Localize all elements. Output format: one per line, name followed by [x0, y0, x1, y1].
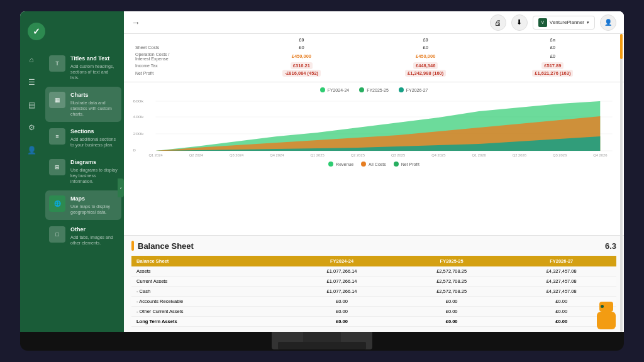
bs-long-term-label: Long Term Assets [131, 317, 287, 327]
topbar-actions: 🖨 ⬇ V VenturePlanner ▾ 👤 [490, 14, 616, 31]
sidebar-logo: ✓ [20, 18, 124, 50]
svg-text:Q3 2026: Q3 2026 [553, 154, 567, 157]
all-costs-label: All Costs [369, 162, 386, 167]
user-avatar-button[interactable]: 👤 [600, 14, 616, 31]
user-icon: 👤 [604, 19, 612, 26]
series-net-profit: Net Profit [394, 162, 419, 167]
svg-text:Q2 2025: Q2 2025 [351, 154, 365, 157]
legend-dot-fy2024 [320, 87, 325, 92]
scrollbar[interactable] [620, 34, 623, 332]
sections-icon: ≡ [55, 133, 58, 140]
balance-sheet-section: Balance Sheet 6.3 Balance Sheet FY2024-2… [124, 235, 624, 332]
revenue-label: Revenue [336, 162, 353, 167]
svg-text:Q3 2024: Q3 2024 [230, 154, 243, 157]
scroll-thumb [620, 34, 623, 59]
screen: ✓ ⌂ ☰ ▤ ⚙ 👤 T [20, 11, 624, 332]
dropdown-arrow-icon: ▾ [587, 20, 589, 25]
sidebar: ✓ ⌂ ☰ ▤ ⚙ 👤 T [20, 11, 124, 332]
yellow-accent-bar [131, 241, 134, 251]
svg-text:400k: 400k [133, 115, 144, 119]
bs-current-assets-label: Current Assets [131, 277, 287, 287]
sidebar-collapse-handle[interactable]: ‹ [118, 178, 124, 197]
fin-op-costs-label: Operation Costs /Interest Expense [131, 51, 241, 62]
nav-user-icon[interactable]: 👤 [25, 143, 38, 157]
bs-current-assets-fy25: £2,572,708.25 [397, 277, 507, 287]
fin-op-costs-fy26: £0 [489, 51, 616, 62]
fin-income-tax-fy25: £448,346 [362, 62, 489, 69]
table-row: - Accounts Receivable £0.00 £0.00 £0.00 [131, 297, 616, 307]
maps-desc: Use maps to display geographical data. [70, 204, 118, 215]
titles-text-label: Titles and Text [70, 55, 118, 62]
svg-text:Q4 2026: Q4 2026 [593, 154, 607, 157]
svg-text:Q1 2024: Q1 2024 [148, 154, 162, 157]
maps-icon-box: 🌐 [49, 195, 65, 212]
bs-current-assets-fy24: £1,077,266.14 [287, 277, 397, 287]
legend-label-fy2024: FY2024-24 [328, 88, 350, 92]
balance-sheet-table: Balance Sheet FY2024-24 FY2025-25 FY2026… [131, 256, 616, 327]
balance-sheet-header: Balance Sheet 6.3 [131, 241, 616, 251]
sidebar-item-charts[interactable]: ▦ Charts Illustrate data and statistics … [45, 87, 121, 122]
fin-net-profit-fy26: £1,621,276 (163) [489, 69, 616, 77]
bs-assets-fy26: £4,327,457.08 [506, 266, 616, 277]
balance-sheet-number: 6.3 [605, 241, 616, 251]
stand-base [278, 342, 366, 349]
titles-text-icon: T [55, 60, 59, 67]
bs-current-assets-fy26: £4,327,457.08 [506, 277, 616, 287]
venture-planner-dropdown[interactable]: V VenturePlanner ▾ [533, 16, 595, 30]
bs-ar-fy24: £0.00 [287, 297, 397, 307]
svg-text:Q4 2025: Q4 2025 [431, 154, 445, 157]
sidebar-item-diagrams[interactable]: ⊞ Diagrams Use diagrams to display key b… [45, 154, 121, 189]
area-chart: 600k 400k 200k 0 [131, 96, 616, 159]
sidebar-nav-icons: ⌂ ☰ ▤ ⚙ 👤 [20, 50, 43, 326]
monitor-stand [272, 332, 372, 349]
bs-cash-fy24: £1,077,266.14 [287, 287, 397, 297]
fin-net-profit-fy25: £1,342,988 (160) [362, 69, 489, 77]
table-row: Long Term Assets £0.00 £0.00 £0.00 [131, 317, 616, 327]
nav-home-icon[interactable]: ⌂ [25, 53, 38, 67]
revenue-dot [328, 162, 333, 167]
bs-assets-fy25: £2,572,708.25 [397, 266, 507, 277]
back-arrow-button[interactable]: → [131, 18, 140, 28]
fin-income-tax-fy26: £517.89 [489, 62, 616, 69]
nav-doc-icon[interactable]: ☰ [25, 75, 38, 89]
table-row: Assets £1,077,266.14 £2,572,708.25 £4,32… [131, 266, 616, 277]
sidebar-item-maps[interactable]: 🌐 Maps Use maps to display geographical … [45, 190, 121, 220]
download-icon: ⬇ [516, 18, 522, 26]
legend-label-fy2026: FY2026-27 [406, 88, 428, 92]
bs-assets-fy24: £1,077,266.14 [287, 266, 397, 277]
bs-other-current-fy25: £0.00 [397, 307, 507, 317]
fin-sheet-costs-fy24: £0 [241, 43, 362, 51]
titles-text-icon-box: T [49, 55, 65, 72]
sidebar-item-sections[interactable]: ≡ Sections Add additional sections to yo… [45, 123, 121, 153]
stand-neck [303, 332, 341, 342]
download-icon-button[interactable]: ⬇ [511, 14, 528, 31]
fin-net-profit-fy24: -£816,084 (452) [241, 69, 362, 77]
fin-sheet-costs-fy25: £0 [362, 43, 489, 51]
table-row: - Cash £1,077,266.14 £2,572,708.25 £4,32… [131, 287, 616, 297]
venture-planner-label: VenturePlanner [550, 19, 584, 25]
bs-cash-label: - Cash [131, 287, 287, 297]
fin-col-fy2024: £0 [241, 36, 362, 43]
titles-text-desc: Add custom headings, sections of text an… [70, 63, 118, 80]
all-costs-dot [361, 162, 366, 167]
net-profit-label: Net Profit [401, 162, 419, 167]
bs-assets-label: Assets [131, 266, 287, 277]
other-desc: Add tabs, images and other elements. [70, 234, 118, 246]
legend-fy2024: FY2024-24 [320, 87, 350, 92]
sidebar-item-titles-text[interactable]: T Titles and Text Add custom headings, s… [45, 50, 121, 85]
bs-col-fy2025: FY2025-25 [397, 256, 507, 266]
sidebar-item-other[interactable]: □ Other Add tabs, images and other eleme… [45, 221, 121, 251]
sections-icon-box: ≡ [49, 128, 65, 145]
print-icon-button[interactable]: 🖨 [490, 14, 506, 31]
nav-chart-icon[interactable]: ▤ [25, 98, 38, 112]
vp-logo: V [538, 18, 547, 27]
fin-col-fy2025: £0 [362, 36, 489, 43]
svg-text:Q1 2025: Q1 2025 [310, 154, 324, 157]
top-bar: → 🖨 ⬇ V VenturePlanner ▾ 👤 [124, 11, 624, 34]
logo-icon: ✓ [28, 23, 45, 40]
sidebar-menu: T Titles and Text Add custom headings, s… [43, 50, 124, 326]
nav-settings-icon[interactable]: ⚙ [25, 121, 38, 134]
bs-long-term-fy25: £0.00 [397, 317, 507, 327]
fin-col-label [131, 36, 241, 43]
bs-other-current-fy24: £0.00 [287, 307, 397, 317]
